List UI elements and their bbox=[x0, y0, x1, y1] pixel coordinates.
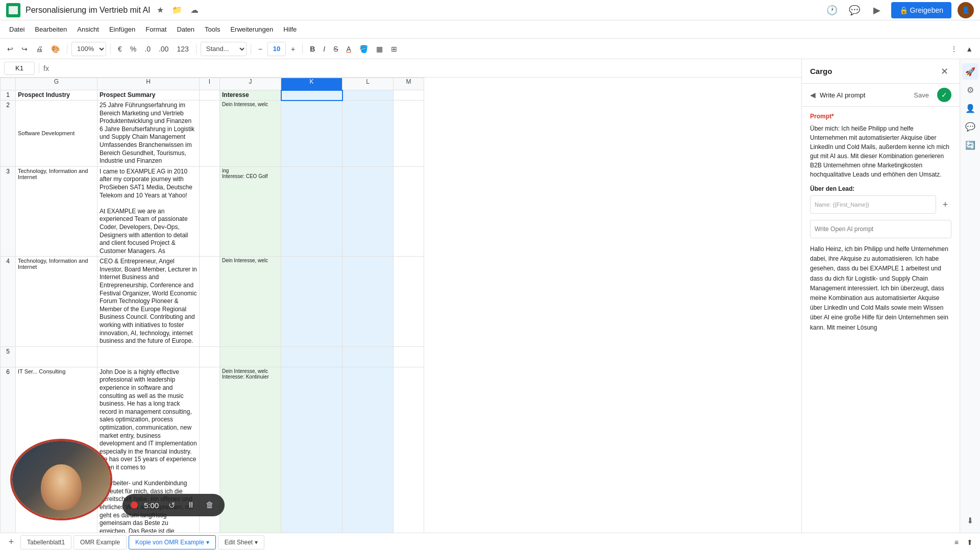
cell-k3[interactable] bbox=[281, 166, 342, 257]
menu-tools[interactable]: Tools bbox=[200, 23, 225, 35]
cell-i4[interactable] bbox=[200, 257, 220, 347]
cell-h1[interactable]: Prospect Summary bbox=[97, 90, 200, 101]
cell-h4[interactable]: CEO & Entrepreneur, Angel Investor, Boar… bbox=[97, 257, 200, 347]
fill-color-button[interactable]: 🪣 bbox=[356, 42, 371, 56]
add-field-button[interactable]: + bbox=[939, 198, 951, 211]
menu-ansicht[interactable]: Ansicht bbox=[72, 23, 104, 35]
more-toolbar-button[interactable]: ⋮ bbox=[947, 42, 961, 56]
col-header-m[interactable]: M bbox=[394, 78, 424, 90]
cell-h2[interactable]: 25 Jahre Führungserfahrung im Bereich Ma… bbox=[97, 101, 200, 167]
menu-daten[interactable]: Daten bbox=[172, 23, 200, 35]
cell-j6[interactable]: Dein Interesse, welcInteresse: Kontinuie… bbox=[220, 367, 281, 533]
cell-j4[interactable]: Dein Interesse, welc bbox=[220, 257, 281, 347]
menu-bearbeiten[interactable]: Bearbeiten bbox=[30, 23, 72, 35]
settings-side-icon[interactable]: ⚙ bbox=[962, 82, 978, 98]
cell-l5[interactable] bbox=[342, 346, 394, 367]
cell-g3[interactable]: Technology, Information and Internet bbox=[16, 166, 97, 257]
user-avatar[interactable]: 👤 bbox=[958, 2, 974, 18]
print-button[interactable]: 🖨 bbox=[33, 42, 46, 56]
star-icon[interactable]: ★ bbox=[155, 4, 166, 16]
save-confirm-button[interactable]: ✓ bbox=[937, 88, 951, 102]
cell-i3[interactable] bbox=[200, 166, 220, 257]
cell-l6[interactable] bbox=[342, 367, 394, 533]
menu-erweiterungen[interactable]: Erweiterungen bbox=[225, 23, 278, 35]
sheet-tab-2[interactable]: OMR Example bbox=[74, 535, 127, 549]
menu-hilfe[interactable]: Hilfe bbox=[278, 23, 302, 35]
col-header-k[interactable]: K bbox=[281, 78, 342, 90]
cell-j3[interactable]: ingInteresse: CEO Golf bbox=[220, 166, 281, 257]
add-sheet-button[interactable]: + bbox=[4, 535, 18, 549]
cargo-icon[interactable]: 🚀 bbox=[962, 63, 978, 80]
user-side-icon[interactable]: 👤 bbox=[962, 100, 978, 116]
currency-button[interactable]: € bbox=[115, 42, 125, 56]
back-arrow-icon[interactable]: ◀ bbox=[810, 91, 816, 99]
chat-side-icon[interactable]: 💬 bbox=[962, 118, 978, 135]
cell-i1[interactable] bbox=[200, 90, 220, 101]
ai-prompt-input[interactable] bbox=[810, 220, 951, 238]
cell-k4[interactable] bbox=[281, 257, 342, 347]
cell-g4[interactable]: Technology, Information and Internet bbox=[16, 257, 97, 347]
panel-close-button[interactable]: ✕ bbox=[937, 64, 951, 79]
edit-sheet-button[interactable]: Edit Sheet ▾ bbox=[218, 535, 264, 549]
bold-button[interactable]: B bbox=[307, 42, 318, 56]
cell-m3[interactable] bbox=[394, 166, 424, 257]
col-header-j[interactable]: J bbox=[220, 78, 281, 90]
sheet-tab-1[interactable]: Tabellenblatt1 bbox=[20, 535, 71, 549]
share-button[interactable]: 🔒 Greigeben bbox=[891, 2, 951, 18]
save-text-button[interactable]: Save bbox=[910, 89, 933, 101]
history-icon[interactable]: 🕐 bbox=[824, 2, 840, 18]
cell-l1[interactable] bbox=[342, 90, 394, 101]
pause-button[interactable]: ⏸ bbox=[184, 498, 198, 512]
cell-j5[interactable] bbox=[220, 346, 281, 367]
menu-einfuegen[interactable]: Einfügen bbox=[104, 23, 140, 35]
bottom-side-icon[interactable]: ⬇ bbox=[962, 512, 978, 529]
cell-l2[interactable] bbox=[342, 101, 394, 167]
font-color-button[interactable]: A bbox=[344, 42, 354, 56]
sheet-tab-3[interactable]: Kopie von OMR Example ▾ bbox=[129, 535, 216, 549]
grid-wrapper[interactable]: G H I J K L M 1 Prospect Industry Prospe… bbox=[0, 78, 801, 533]
cell-i5[interactable] bbox=[200, 346, 220, 367]
cell-g5[interactable] bbox=[16, 346, 97, 367]
redo-button[interactable]: ↪ bbox=[18, 42, 31, 56]
comment-icon[interactable]: 💬 bbox=[846, 2, 863, 18]
cell-k1[interactable] bbox=[281, 90, 342, 101]
col-header-h[interactable]: H bbox=[97, 78, 200, 90]
col-header-l[interactable]: L bbox=[342, 78, 394, 90]
cell-m2[interactable] bbox=[394, 101, 424, 167]
cell-m6[interactable] bbox=[394, 367, 424, 533]
font-family-select[interactable]: Stand... bbox=[201, 42, 247, 56]
menu-datei[interactable]: Datei bbox=[4, 23, 30, 35]
cell-k5[interactable] bbox=[281, 346, 342, 367]
zoom-select[interactable]: 100% bbox=[71, 42, 106, 56]
cell-g2[interactable]: Software Development bbox=[16, 101, 97, 167]
delete-recording-button[interactable]: 🗑 bbox=[203, 498, 216, 512]
decimal-dec-button[interactable]: .0 bbox=[141, 42, 154, 56]
cell-j1[interactable]: Interesse bbox=[220, 90, 281, 101]
cell-g1[interactable]: Prospect Industry bbox=[16, 90, 97, 101]
strikethrough-button[interactable]: S bbox=[330, 42, 341, 56]
format-123-button[interactable]: 123 bbox=[174, 42, 191, 56]
cell-h5[interactable] bbox=[97, 346, 200, 367]
borders-button[interactable]: ▦ bbox=[373, 42, 386, 56]
menu-format[interactable]: Format bbox=[140, 23, 172, 35]
paint-format-button[interactable]: 🎨 bbox=[48, 42, 63, 56]
col-header-i[interactable]: I bbox=[200, 78, 220, 90]
formula-input[interactable] bbox=[53, 62, 797, 75]
cell-m4[interactable] bbox=[394, 257, 424, 347]
decimal-inc-button[interactable]: .00 bbox=[156, 42, 172, 56]
cell-k2[interactable] bbox=[281, 101, 342, 167]
explorer-button[interactable]: ≡ bbox=[951, 535, 962, 549]
present-icon[interactable]: ▶ bbox=[869, 2, 885, 18]
italic-button[interactable]: I bbox=[320, 42, 328, 56]
percent-button[interactable]: % bbox=[127, 42, 139, 56]
col-header-g[interactable]: G bbox=[16, 78, 97, 90]
lead-name-input[interactable] bbox=[810, 195, 936, 214]
cell-k6[interactable] bbox=[281, 367, 342, 533]
cell-i2[interactable] bbox=[200, 101, 220, 167]
cloud-save-icon[interactable]: ☁ bbox=[188, 4, 201, 16]
cell-l4[interactable] bbox=[342, 257, 394, 347]
cell-l3[interactable] bbox=[342, 166, 394, 257]
sheets-nav-button[interactable]: ⬆ bbox=[964, 535, 976, 549]
cell-reference-input[interactable] bbox=[4, 62, 35, 75]
rewind-button[interactable]: ↺ bbox=[165, 498, 178, 512]
